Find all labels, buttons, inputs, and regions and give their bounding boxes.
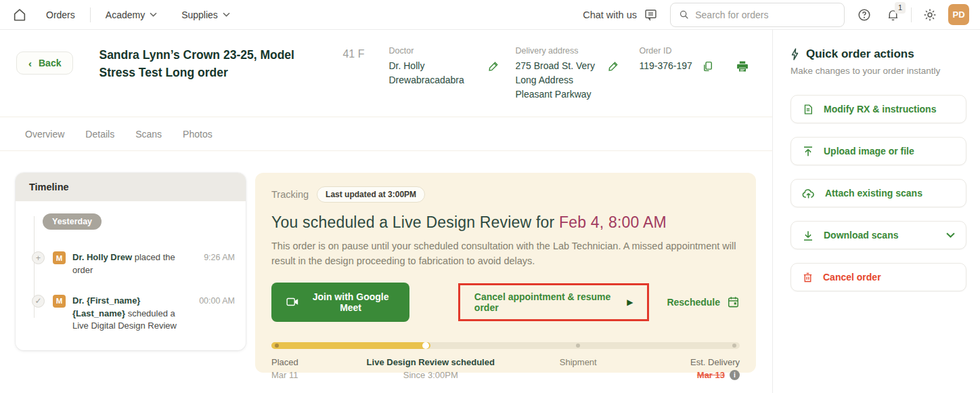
event-source-badge: M bbox=[53, 251, 66, 264]
calendar-icon bbox=[727, 295, 740, 308]
top-nav: Orders Academy Supplies Chat with us 1 P… bbox=[0, 0, 980, 30]
attach-scans-button[interactable]: Attach existing scans bbox=[790, 179, 966, 207]
page-title: Sandra Lynn’s Crown 23-25, Model Stress … bbox=[99, 46, 329, 82]
download-scans-button[interactable]: Download scans bbox=[790, 221, 966, 249]
order-id-block: Order ID 119-376-197 bbox=[639, 46, 749, 73]
chevron-left-icon: ‹ bbox=[28, 58, 32, 68]
chat-icon[interactable] bbox=[644, 7, 658, 22]
settings-gear-icon[interactable] bbox=[918, 3, 941, 26]
doctor-label: Doctor bbox=[388, 46, 478, 56]
tab-photos[interactable]: Photos bbox=[183, 129, 213, 140]
modify-rx-button[interactable]: Modify RX & instructions bbox=[790, 95, 966, 123]
notification-count-badge: 1 bbox=[895, 2, 906, 14]
delivery-label: Delivery address bbox=[515, 46, 598, 56]
order-id-label: Order ID bbox=[639, 46, 749, 56]
copy-icon[interactable] bbox=[702, 60, 714, 73]
delivery-date-strikethrough: Mar 13 bbox=[697, 370, 725, 380]
nav-item-academy[interactable]: Academy bbox=[106, 9, 157, 20]
help-icon[interactable] bbox=[853, 3, 876, 26]
notifications-icon[interactable]: 1 bbox=[881, 3, 904, 26]
progress-track bbox=[271, 342, 740, 349]
progress-fill bbox=[271, 342, 430, 349]
progress-dot-current bbox=[422, 342, 429, 349]
quick-actions-subtitle: Make changes to your order instantly bbox=[790, 66, 966, 76]
step-shipment: Shipment bbox=[560, 357, 597, 367]
timeline-panel: Timeline Yesterday + M Dr. Holly Drew pl… bbox=[16, 173, 246, 350]
nav-divider bbox=[90, 7, 91, 22]
doctor-block: Doctor Dr. Holly Drewabracadabra bbox=[388, 46, 500, 87]
step-est-delivery: Est. Delivery Mar 13 i bbox=[690, 357, 740, 380]
event-time: 9:26 AM bbox=[204, 251, 235, 277]
avatar[interactable]: PD bbox=[948, 4, 969, 25]
upload-image-button[interactable]: Upload image or file bbox=[790, 137, 966, 165]
order-progress: Placed Mar 11 Live Design Review schedul… bbox=[271, 342, 740, 387]
order-id-value: 119-376-197 bbox=[639, 59, 692, 73]
step-design-review: Live Design Review scheduled Since 3:00P… bbox=[367, 357, 495, 380]
tab-scans[interactable]: Scans bbox=[135, 129, 162, 140]
join-google-meet-button[interactable]: Join with Google Meet bbox=[271, 283, 409, 322]
tracking-description: This order is on pause until your schedu… bbox=[271, 239, 740, 269]
event-source-badge: M bbox=[53, 295, 66, 308]
cancel-order-button[interactable]: Cancel order bbox=[790, 263, 966, 291]
quick-actions-title: Quick order actions bbox=[790, 47, 966, 61]
plus-icon[interactable]: + bbox=[32, 251, 45, 264]
edit-delivery-icon[interactable] bbox=[607, 60, 620, 73]
progress-dot-placed bbox=[275, 344, 279, 348]
search-icon bbox=[679, 9, 689, 20]
timeline-title: Timeline bbox=[16, 173, 246, 201]
delivery-value: 275 Broad St. Very Long Address Pleasant… bbox=[515, 59, 598, 102]
tab-details[interactable]: Details bbox=[85, 129, 114, 140]
delivery-address-block: Delivery address 275 Broad St. Very Long… bbox=[515, 46, 620, 102]
play-icon: ▶ bbox=[627, 297, 633, 307]
cloud-upload-icon bbox=[802, 188, 816, 199]
chevron-down-icon bbox=[150, 12, 157, 17]
timeline-event: + M Dr. Holly Drew placed the order 9:26… bbox=[26, 251, 235, 277]
document-icon bbox=[802, 103, 814, 116]
edit-doctor-icon[interactable] bbox=[487, 60, 500, 73]
reschedule-button[interactable]: Reschedule bbox=[667, 295, 740, 308]
search-input[interactable] bbox=[695, 9, 836, 20]
event-actor: Dr. Holly Drew bbox=[72, 252, 132, 262]
nav-divider bbox=[911, 7, 912, 22]
doctor-value: Dr. Holly Drewabracadabra bbox=[388, 59, 478, 87]
lightning-bolt-icon bbox=[790, 48, 799, 60]
nav-item-supplies[interactable]: Supplies bbox=[181, 9, 230, 20]
info-icon[interactable]: i bbox=[730, 370, 740, 380]
step-placed: Placed Mar 11 bbox=[271, 357, 298, 380]
appointment-datetime: Feb 4, 8:00 AM bbox=[559, 213, 667, 231]
event-time: 00:00 AM bbox=[199, 295, 235, 333]
order-header: ‹ Back Sandra Lynn’s Crown 23-25, Model … bbox=[0, 30, 772, 102]
progress-dot-shipment bbox=[576, 344, 580, 348]
tracking-title: You scheduled a Live Design Review for F… bbox=[271, 213, 740, 232]
quick-actions-panel: Quick order actions Make changes to your… bbox=[773, 30, 980, 393]
patient-meta: 41 F bbox=[342, 46, 364, 82]
nav-item-orders[interactable]: Orders bbox=[46, 9, 75, 20]
tracking-card: Tracking Last updated at 3:00PM You sche… bbox=[255, 173, 756, 373]
tab-bar: Overview Details Scans Photos bbox=[0, 117, 772, 151]
last-updated-badge: Last updated at 3:00PM bbox=[317, 186, 425, 203]
progress-dot-delivery bbox=[732, 344, 736, 348]
cancel-appointment-resume-order-button[interactable]: Cancel appointment & resume order ▶ bbox=[458, 283, 650, 321]
download-icon bbox=[802, 229, 814, 242]
print-icon[interactable] bbox=[736, 60, 749, 73]
check-icon: ✓ bbox=[32, 295, 45, 308]
timeline-event: ✓ M Dr. {First_name} {Last_name} schedul… bbox=[26, 295, 235, 333]
tracking-label: Tracking bbox=[271, 189, 309, 200]
content-column: ‹ Back Sandra Lynn’s Crown 23-25, Model … bbox=[0, 30, 773, 393]
trash-icon bbox=[802, 271, 814, 284]
chevron-down-icon bbox=[946, 232, 955, 238]
home-icon[interactable] bbox=[8, 3, 31, 26]
video-camera-icon bbox=[286, 297, 298, 307]
chevron-down-icon bbox=[223, 12, 230, 17]
chat-with-us-link[interactable]: Chat with us bbox=[583, 9, 637, 20]
back-button[interactable]: ‹ Back bbox=[16, 51, 73, 75]
tab-overview[interactable]: Overview bbox=[25, 129, 64, 140]
timeline-day-badge: Yesterday bbox=[43, 213, 102, 230]
order-search[interactable] bbox=[670, 3, 845, 27]
upload-icon bbox=[802, 145, 814, 158]
